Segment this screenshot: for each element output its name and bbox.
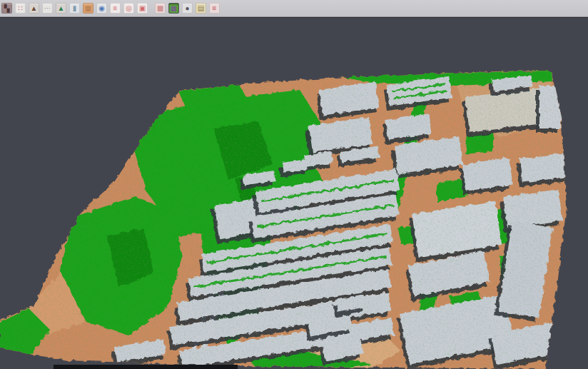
building-class-icon[interactable]: ▮ bbox=[69, 3, 80, 14]
terrain-model-icon[interactable]: ▲ bbox=[29, 3, 39, 14]
measure-tag-icon[interactable]: ▤ bbox=[196, 3, 206, 14]
sparse-points-icon[interactable]: ⋯ bbox=[42, 3, 53, 14]
target-select-icon[interactable]: ◎ bbox=[123, 3, 134, 14]
crop-region-icon[interactable]: ▣ bbox=[137, 3, 148, 14]
sphere-render-icon[interactable]: ● bbox=[182, 3, 193, 14]
globe-view-icon[interactable]: ◉ bbox=[96, 3, 107, 14]
noise-filter-icon[interactable]: ▩ bbox=[155, 3, 166, 14]
main-toolbar: ▚∷▲⋯▲▮▦◉≡◎▣▩▦●▤≡ bbox=[0, 0, 588, 17]
toolbar-icon-group: ▚∷▲⋯▲▮▦◉≡◎▣▩▦●▤≡ bbox=[1, 3, 220, 14]
profile-list-icon[interactable]: ≡ bbox=[110, 3, 121, 14]
classification-render-icon[interactable]: ▦ bbox=[168, 3, 179, 14]
3d-viewport[interactable] bbox=[0, 19, 588, 369]
points-tool-icon[interactable]: ▚ bbox=[1, 3, 12, 14]
point-cloud-scene bbox=[0, 19, 588, 369]
vegetation-class-icon[interactable]: ▲ bbox=[56, 3, 66, 14]
classified-points-icon[interactable]: ∷ bbox=[15, 3, 26, 14]
ground-class-icon[interactable]: ▦ bbox=[83, 3, 93, 14]
flag-banner-icon[interactable]: ≡ bbox=[209, 3, 220, 14]
window-edge bbox=[54, 365, 238, 369]
point-speckle-overlay bbox=[0, 19, 588, 369]
terrain-mesh bbox=[0, 19, 588, 369]
